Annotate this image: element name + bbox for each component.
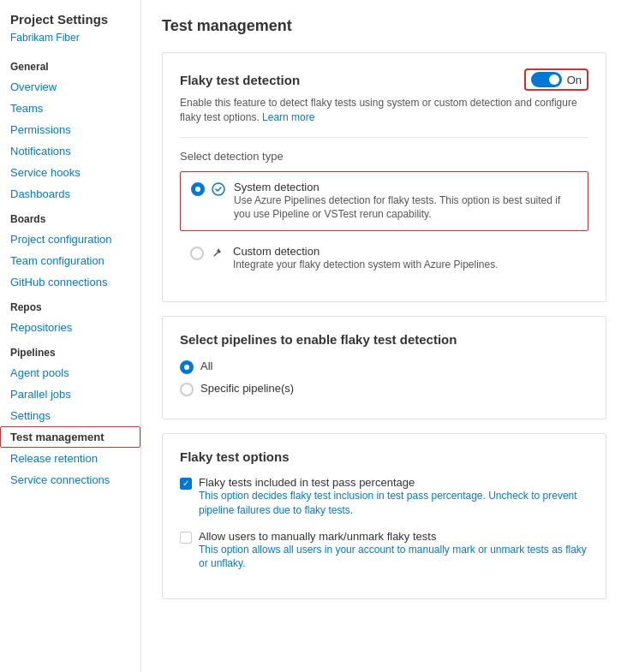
option-title-custom: Custom detection bbox=[233, 245, 499, 258]
flaky-detection-toggle[interactable] bbox=[531, 72, 562, 87]
pipeline-option-all[interactable]: All bbox=[180, 359, 588, 374]
sidebar-item-repositories[interactable]: Repositories bbox=[0, 317, 140, 338]
learn-more-link[interactable]: Learn more bbox=[262, 111, 314, 123]
checkbox-desc-manual-mark: This option allows all users in your acc… bbox=[199, 543, 588, 572]
detection-option-custom[interactable]: Custom detectionIntegrate your flaky det… bbox=[180, 236, 588, 281]
toggle-container: On bbox=[524, 68, 588, 91]
checkbox-text-manual-mark: Allow users to manually mark/unmark flak… bbox=[199, 530, 588, 572]
sidebar-item-permissions[interactable]: Permissions bbox=[0, 119, 140, 140]
pipeline-option-specific[interactable]: Specific pipeline(s) bbox=[180, 381, 588, 396]
checkbox-option-included[interactable]: Flaky tests included in test pass percen… bbox=[180, 476, 588, 518]
main-content: Test management Flaky test detection On … bbox=[141, 0, 627, 672]
option-text-system: System detectionUse Azure Pipelines dete… bbox=[234, 181, 577, 223]
sidebar-item-dashboards[interactable]: Dashboards bbox=[0, 183, 140, 205]
detection-option-system[interactable]: System detectionUse Azure Pipelines dete… bbox=[180, 171, 588, 232]
checkbox-included[interactable] bbox=[180, 478, 192, 490]
pipeline-options: AllSpecific pipeline(s) bbox=[180, 359, 588, 396]
sidebar-item-agent-pools[interactable]: Agent pools bbox=[0, 362, 140, 384]
detection-type-label: Select detection type bbox=[180, 137, 588, 163]
flaky-options-title: Flaky test options bbox=[180, 449, 588, 464]
sidebar: Project Settings Fabrikam Fiber GeneralO… bbox=[0, 0, 141, 672]
option-desc-system: Use Azure Pipelines detection for flaky … bbox=[234, 193, 577, 223]
checkbox-desc-included: This option decides flaky test inclusion… bbox=[199, 489, 588, 518]
flaky-options-card: Flaky test options Flaky tests included … bbox=[162, 433, 606, 599]
checkbox-text-included: Flaky tests included in test pass percen… bbox=[199, 476, 588, 518]
sidebar-section-general: General bbox=[0, 52, 140, 76]
flaky-detection-card: Flaky test detection On Enable this feat… bbox=[162, 52, 606, 302]
checkbox-option-manual-mark[interactable]: Allow users to manually mark/unmark flak… bbox=[180, 530, 588, 572]
sidebar-item-test-management[interactable]: Test management bbox=[0, 426, 140, 448]
pipeline-label-all: All bbox=[200, 360, 212, 372]
option-desc-custom: Integrate your flaky detection system wi… bbox=[233, 258, 499, 272]
pipelines-card: Select pipelines to enable flaky test de… bbox=[162, 316, 606, 419]
flaky-detection-title: Flaky test detection bbox=[180, 73, 300, 87]
sidebar-item-github-connections[interactable]: GitHub connections bbox=[0, 271, 140, 293]
option-title-system: System detection bbox=[234, 181, 577, 193]
pipeline-icon bbox=[212, 182, 227, 198]
sidebar-section-boards: Boards bbox=[0, 205, 140, 229]
pipeline-radio-all[interactable] bbox=[180, 360, 194, 374]
checkbox-manual-mark[interactable] bbox=[180, 532, 192, 544]
sidebar-subtitle[interactable]: Fabrikam Fiber bbox=[0, 32, 140, 52]
flaky-detection-header: Flaky test detection On bbox=[180, 68, 588, 91]
checkbox-title-included: Flaky tests included in test pass percen… bbox=[199, 476, 588, 489]
pipelines-title: Select pipelines to enable flaky test de… bbox=[180, 332, 588, 347]
toggle-label: On bbox=[567, 74, 582, 86]
flaky-detection-description: Enable this feature to detect flaky test… bbox=[180, 96, 588, 125]
pipeline-radio-specific[interactable] bbox=[180, 383, 194, 396]
option-text-custom: Custom detectionIntegrate your flaky det… bbox=[233, 245, 499, 272]
sidebar-item-overview[interactable]: Overview bbox=[0, 76, 140, 98]
sidebar-item-teams[interactable]: Teams bbox=[0, 98, 140, 119]
wrench-icon bbox=[211, 247, 226, 262]
sidebar-title: Project Settings bbox=[0, 0, 140, 32]
pipeline-label-specific: Specific pipeline(s) bbox=[200, 382, 294, 395]
checkbox-title-manual-mark: Allow users to manually mark/unmark flak… bbox=[199, 530, 588, 543]
sidebar-item-notifications[interactable]: Notifications bbox=[0, 140, 140, 162]
sidebar-item-settings[interactable]: Settings bbox=[0, 405, 140, 426]
sidebar-item-release-retention[interactable]: Release retention bbox=[0, 448, 140, 469]
sidebar-item-parallel-jobs[interactable]: Parallel jobs bbox=[0, 384, 140, 405]
page-title: Test management bbox=[162, 17, 606, 35]
radio-custom[interactable] bbox=[190, 247, 204, 260]
sidebar-item-project-configuration[interactable]: Project configuration bbox=[0, 229, 140, 250]
sidebar-item-service-hooks[interactable]: Service hooks bbox=[0, 162, 140, 183]
flaky-checkboxes: Flaky tests included in test pass percen… bbox=[180, 476, 588, 571]
sidebar-section-repos: Repos bbox=[0, 293, 140, 317]
radio-system[interactable] bbox=[191, 182, 205, 196]
sidebar-section-pipelines: Pipelines bbox=[0, 338, 140, 362]
detection-options: System detectionUse Azure Pipelines dete… bbox=[180, 171, 588, 281]
sidebar-item-team-configuration[interactable]: Team configuration bbox=[0, 250, 140, 271]
sidebar-item-service-connections[interactable]: Service connections bbox=[0, 469, 140, 491]
